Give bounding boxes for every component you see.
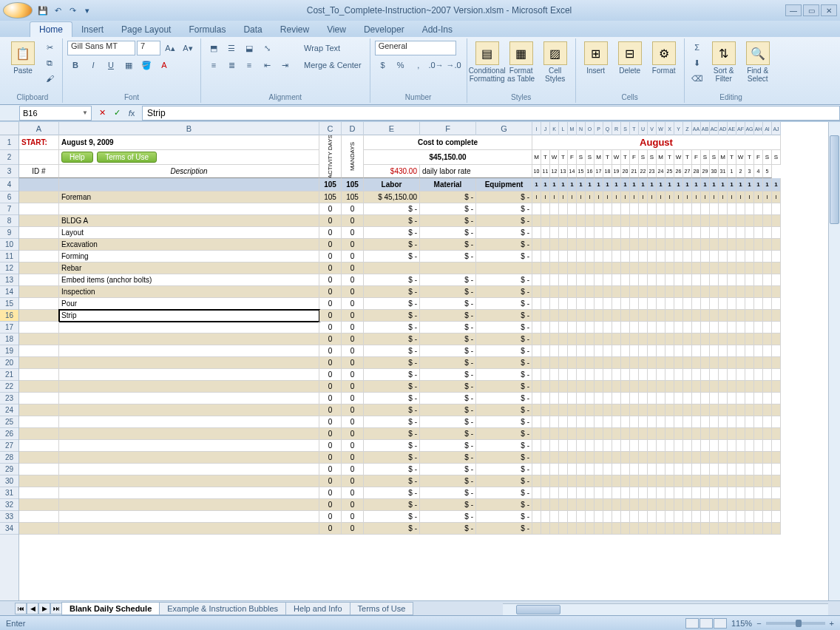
cell-day[interactable]	[639, 428, 648, 440]
cell-day[interactable]	[559, 416, 568, 428]
cell-day[interactable]	[568, 357, 577, 369]
cell-equipment[interactable]: $ -	[476, 322, 532, 333]
cell-day[interactable]	[683, 511, 692, 523]
cell-day[interactable]: I	[586, 192, 595, 203]
cell-day[interactable]	[674, 499, 683, 511]
cell-day[interactable]	[763, 274, 772, 286]
cell-day[interactable]	[532, 499, 541, 511]
cell-a[interactable]	[19, 333, 59, 345]
cell-day[interactable]	[541, 322, 550, 333]
cell-day[interactable]	[550, 310, 559, 322]
cell-day[interactable]	[692, 404, 701, 416]
cell-day[interactable]	[701, 428, 710, 440]
cell-equipment[interactable]: $ -	[476, 475, 532, 487]
cell-day[interactable]	[710, 369, 719, 381]
copy-icon[interactable]: ⧉	[41, 55, 58, 70]
cell-day[interactable]	[683, 381, 692, 393]
cell-day[interactable]	[754, 452, 763, 464]
cell-day[interactable]	[683, 487, 692, 499]
cell-day[interactable]	[710, 416, 719, 428]
id-header[interactable]: ID #	[19, 165, 59, 178]
cell-day[interactable]	[657, 274, 665, 286]
cell-day[interactable]	[701, 310, 710, 322]
cell-day[interactable]	[745, 475, 754, 487]
cell-c[interactable]: 0	[319, 333, 342, 345]
total-day[interactable]: 1	[772, 178, 781, 192]
cell-day[interactable]: I	[630, 192, 639, 203]
cell-day[interactable]: I	[728, 192, 736, 203]
paste-button[interactable]: 📋 Paste	[7, 40, 38, 92]
cell-day[interactable]	[532, 203, 541, 215]
ribbon-tab-data[interactable]: Data	[234, 22, 271, 37]
cell-day[interactable]	[736, 369, 745, 381]
cell-day[interactable]	[772, 215, 781, 227]
total-day[interactable]: 1	[657, 178, 665, 192]
cell-d[interactable]: 0	[342, 487, 364, 499]
cell-day[interactable]	[754, 393, 763, 404]
grow-font-icon[interactable]: A▴	[162, 41, 178, 55]
total-day[interactable]: 1	[692, 178, 701, 192]
cell-material[interactable]: $ -	[420, 404, 476, 416]
cell-day[interactable]	[719, 464, 728, 475]
cell-day[interactable]	[719, 251, 728, 262]
underline-button[interactable]: U	[103, 58, 119, 72]
cell-day[interactable]	[603, 239, 612, 251]
cell-a[interactable]	[19, 298, 59, 310]
cell-day[interactable]	[550, 203, 559, 215]
cell-day[interactable]	[577, 452, 586, 464]
cell-day[interactable]	[665, 239, 674, 251]
cell-day[interactable]: I	[559, 192, 568, 203]
cell-day[interactable]	[586, 369, 595, 381]
cell-day[interactable]	[595, 333, 603, 345]
cell-equipment[interactable]: $ -	[476, 511, 532, 523]
cell-day[interactable]	[586, 428, 595, 440]
day-head[interactable]: W	[612, 150, 621, 165]
cell-day[interactable]	[728, 381, 736, 393]
cell-day[interactable]	[586, 416, 595, 428]
cell-day[interactable]	[763, 523, 772, 535]
cell-day[interactable]	[586, 440, 595, 452]
cell-day[interactable]	[763, 499, 772, 511]
cell-day[interactable]	[701, 215, 710, 227]
cell-day[interactable]	[577, 440, 586, 452]
cell-day[interactable]	[692, 251, 701, 262]
cell-day[interactable]	[665, 227, 674, 239]
cell-day[interactable]	[657, 464, 665, 475]
cell-day[interactable]	[665, 511, 674, 523]
cell-desc[interactable]	[59, 333, 319, 345]
col-header-day[interactable]: M	[568, 122, 577, 135]
cell-equipment[interactable]: $ -	[476, 333, 532, 345]
cell-day[interactable]	[639, 452, 648, 464]
cell-day[interactable]	[710, 357, 719, 369]
cell-c[interactable]: 0	[319, 322, 342, 333]
row-header-10[interactable]: 10	[0, 239, 18, 251]
cell-desc[interactable]: Inspection	[59, 286, 319, 298]
cell-day[interactable]	[763, 357, 772, 369]
cell-c[interactable]: 0	[319, 511, 342, 523]
cell-day[interactable]	[630, 251, 639, 262]
cell-day[interactable]	[621, 357, 630, 369]
cell-day[interactable]	[559, 345, 568, 357]
cell-labor[interactable]: $ -	[364, 381, 420, 393]
cell-day[interactable]	[772, 416, 781, 428]
cell-day[interactable]	[568, 310, 577, 322]
cell-a[interactable]	[19, 369, 59, 381]
cell-day[interactable]	[665, 487, 674, 499]
cell-desc[interactable]	[59, 416, 319, 428]
cell-day[interactable]	[550, 440, 559, 452]
cell-day[interactable]	[630, 440, 639, 452]
cell-day[interactable]	[648, 345, 657, 357]
cell-day[interactable]: I	[612, 192, 621, 203]
cell-day[interactable]	[532, 286, 541, 298]
cell-day[interactable]	[745, 333, 754, 345]
cell-desc[interactable]: Pour	[59, 298, 319, 310]
cell-day[interactable]	[559, 239, 568, 251]
ribbon-tab-home[interactable]: Home	[30, 21, 72, 37]
cell-a[interactable]	[19, 499, 59, 511]
cell-day[interactable]	[745, 227, 754, 239]
row-header-12[interactable]: 12	[0, 262, 18, 274]
cell-day[interactable]	[665, 464, 674, 475]
cell-day[interactable]	[621, 416, 630, 428]
cell-day[interactable]	[639, 322, 648, 333]
cell-day[interactable]	[719, 416, 728, 428]
